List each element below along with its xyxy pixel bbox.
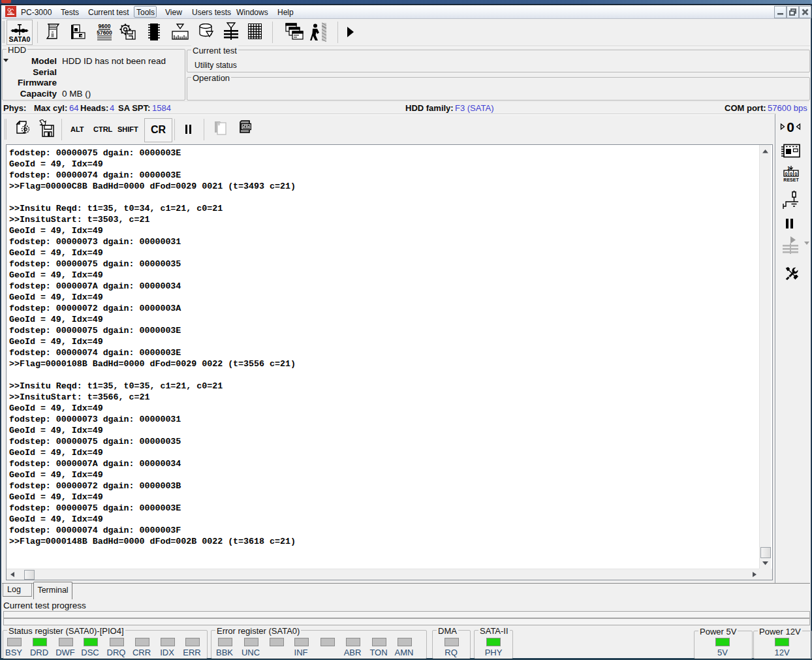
svg-text:RESET: RESET xyxy=(783,178,799,182)
svg-text:0: 0 xyxy=(787,120,794,133)
svg-text:57600: 57600 xyxy=(97,29,112,36)
svg-text:9600: 9600 xyxy=(99,23,111,29)
svg-text:0: 0 xyxy=(790,171,792,177)
svg-text:0: 0 xyxy=(794,171,797,177)
svg-text:0: 0 xyxy=(785,171,788,177)
